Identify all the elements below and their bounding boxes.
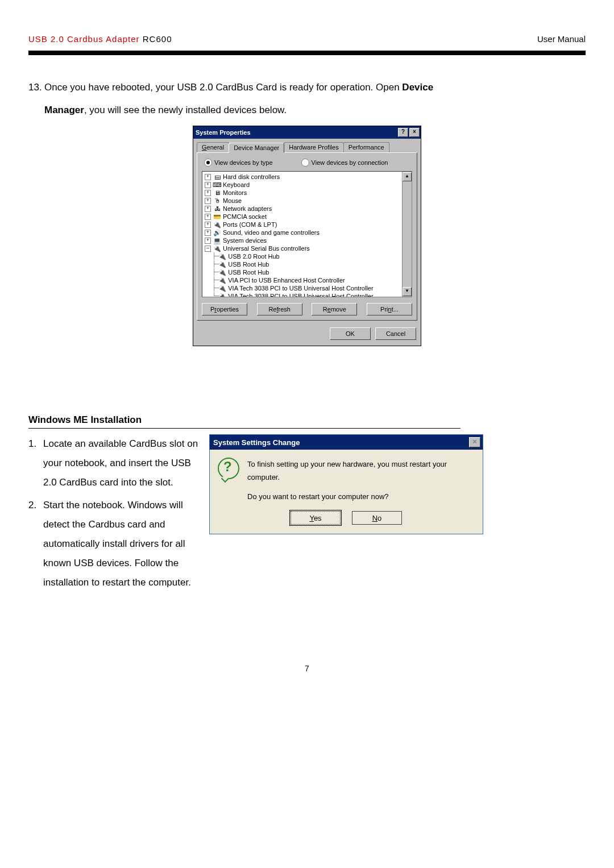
radio-dot-icon (301, 159, 309, 167)
monitor-icon: 🖥 (213, 189, 221, 196)
question-icon (218, 458, 239, 479)
tree-item[interactable]: +💳PCMCIA socket (204, 213, 410, 221)
tree-label: Monitors (223, 189, 247, 197)
tree-label: USB Root Hub (228, 260, 269, 268)
radio-conn-label: View devices by connection (312, 159, 388, 166)
tree-label: VIA Tech 3038 PCI to USB Universal Host … (228, 284, 373, 292)
tree-label: Ports (COM & LPT) (223, 221, 277, 229)
expand-icon[interactable]: + (205, 182, 211, 188)
step13-text-b: , you will see the newly installed devic… (84, 105, 287, 115)
radio-type-label: View devices by type (214, 159, 273, 166)
expand-icon[interactable]: + (205, 190, 211, 196)
usb-hub-icon: 🔌 (218, 261, 226, 268)
tree-item[interactable]: +🔊Sound, video and game controllers (204, 229, 410, 236)
step13-bold-2: Manager (44, 105, 84, 115)
cancel-button[interactable]: Cancel (375, 327, 416, 340)
pcmcia-icon: 💳 (213, 213, 221, 220)
tree-label: Network adapters (223, 205, 272, 213)
ports-icon: 🔌 (213, 221, 221, 228)
scroll-up-icon[interactable]: ▲ (403, 172, 412, 181)
tree-child[interactable]: ├─🔌USB Root Hub (204, 260, 410, 268)
yes-button[interactable]: Yes (291, 511, 341, 525)
expand-icon[interactable]: + (205, 214, 211, 220)
expand-icon[interactable]: + (205, 174, 211, 180)
tree-child[interactable]: └─🔌VIA Tech 3038 PCI to USB Universal Ho… (204, 292, 410, 297)
step-number: 1. (28, 434, 43, 492)
expand-icon[interactable]: + (205, 230, 211, 236)
mouse-icon: 🖱 (213, 197, 221, 204)
step13-bold-1: Device (402, 82, 433, 93)
titlebar[interactable]: System Properties ? × (193, 126, 421, 139)
properties-button[interactable]: Properties (202, 303, 247, 315)
tree-label: System devices (223, 236, 267, 244)
print-button[interactable]: Print... (367, 303, 412, 315)
tree-item[interactable]: +🖥Monitors (204, 189, 410, 197)
usb-controller-icon: 🔌 (218, 293, 226, 297)
tree-item[interactable]: +🖴Hard disk controllers (204, 173, 410, 181)
tab-general[interactable]: General (197, 142, 229, 152)
tree-label: USB Root Hub (228, 268, 269, 276)
tree-label: VIA Tech 3038 PCI to USB Universal Host … (228, 292, 373, 297)
dialog-text: To finish setting up your new hardware, … (247, 458, 475, 503)
tree-child[interactable]: ├─🔌USB Root Hub (204, 268, 410, 276)
device-tree[interactable]: +🖴Hard disk controllers +⌨Keyboard +🖥Mon… (202, 171, 412, 297)
close-icon[interactable]: × (469, 437, 480, 447)
system-icon: 💻 (213, 237, 221, 244)
tree-label: Universal Serial Bus controllers (223, 244, 310, 252)
network-icon: 🖧 (213, 205, 221, 212)
expand-icon[interactable]: + (205, 238, 211, 244)
tree-child[interactable]: ├─🔌VIA Tech 3038 PCI to USB Universal Ho… (204, 284, 410, 292)
tree-item[interactable]: +🖧Network adapters (204, 205, 410, 213)
close-icon[interactable]: × (409, 128, 420, 137)
dialog-title: System Settings Change (213, 438, 300, 447)
radio-dot-icon (204, 159, 212, 167)
step13-text-a: Once you have rebooted, your USB 2.0 Car… (44, 82, 402, 93)
step-13: 13. Once you have rebooted, your USB 2.0… (28, 78, 586, 120)
tab-panel: View devices by type View devices by con… (197, 152, 417, 321)
tree-child[interactable]: ├─🔌USB 2.0 Root Hub (204, 252, 410, 260)
steps-column: 1. Locate an available CardBus slot on y… (28, 434, 199, 596)
tab-strip: General Device Manager Hardware Profiles… (193, 139, 421, 152)
radio-view-by-connection[interactable]: View devices by connection (301, 159, 388, 167)
no-button[interactable]: No (352, 511, 402, 525)
step1-text: Locate an available CardBus slot on your… (43, 434, 199, 492)
usb-hub-icon: 🔌 (218, 269, 226, 276)
usb-controller-icon: 🔌 (218, 285, 226, 292)
step-number: 13. (28, 78, 44, 97)
usb-controller-icon: 🔌 (218, 277, 226, 284)
refresh-button[interactable]: Refresh (257, 303, 302, 315)
tree-item[interactable]: +🔌Ports (COM & LPT) (204, 221, 410, 229)
step-number: 2. (28, 496, 43, 592)
step2-text: Start the notebook. Windows will detect … (43, 496, 199, 592)
section-rule (28, 428, 460, 429)
scrollbar[interactable]: ▲ ▼ (402, 172, 412, 297)
scroll-down-icon[interactable]: ▼ (403, 287, 412, 296)
tree-item[interactable]: +🖱Mouse (204, 197, 410, 205)
tree-label: PCMCIA socket (223, 213, 267, 221)
tree-label: Keyboard (223, 181, 250, 189)
help-icon[interactable]: ? (398, 128, 408, 137)
tab-performance[interactable]: Performance (343, 142, 389, 152)
remove-button[interactable]: Remove (312, 303, 357, 315)
tree-item[interactable]: +💻System devices (204, 236, 410, 244)
hdd-icon: 🖴 (213, 173, 221, 180)
header-product: USB 2.0 Cardbus Adapter (28, 34, 140, 44)
section-title: Windows ME Installation (28, 414, 586, 426)
expand-icon[interactable]: + (205, 206, 211, 212)
tree-item[interactable]: +⌨Keyboard (204, 181, 410, 189)
expand-icon[interactable]: + (205, 198, 211, 204)
collapse-icon[interactable]: – (205, 246, 211, 252)
header-rule (28, 51, 586, 55)
tree-item[interactable]: –🔌Universal Serial Bus controllers (204, 244, 410, 252)
keyboard-icon: ⌨ (213, 181, 221, 188)
expand-icon[interactable]: + (205, 222, 211, 228)
tab-device-manager[interactable]: Device Manager (229, 143, 284, 153)
ok-button[interactable]: OK (330, 327, 371, 340)
titlebar[interactable]: System Settings Change × (210, 435, 483, 450)
tab-hardware-profiles[interactable]: Hardware Profiles (284, 142, 343, 152)
ssc-line1: To finish setting up your new hardware, … (247, 458, 475, 484)
page-number: 7 (28, 664, 586, 673)
radio-view-by-type[interactable]: View devices by type (204, 159, 273, 167)
tree-child[interactable]: ├─🔌VIA PCI to USB Enhanced Host Controll… (204, 276, 410, 284)
ssc-line2: Do you want to restart your computer now… (247, 490, 475, 503)
